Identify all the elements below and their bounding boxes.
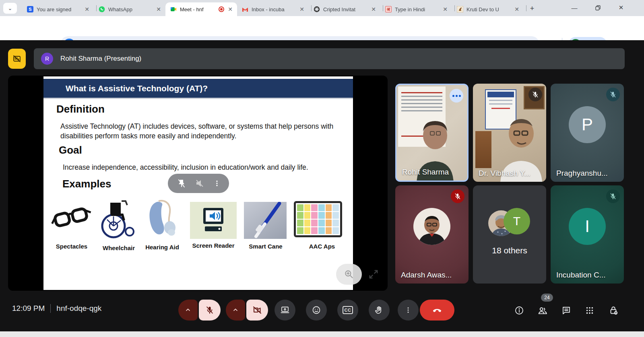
chatgpt-icon bbox=[314, 6, 320, 12]
end-call-button[interactable] bbox=[420, 300, 454, 321]
google-meet-icon bbox=[170, 6, 177, 12]
audio-muted-icon bbox=[195, 179, 204, 188]
tab-kruti-dev[interactable]: Kruti Dev to U ✕ bbox=[452, 2, 524, 16]
host-controls-lock-button[interactable] bbox=[608, 305, 619, 316]
tab-gmail-inbox[interactable]: Inbox - incuba ✕ bbox=[237, 2, 309, 16]
emoji-reactions-button[interactable] bbox=[306, 300, 327, 321]
more-options-button[interactable] bbox=[398, 300, 419, 321]
others-initial-avatar: T bbox=[504, 208, 530, 234]
tab-close-icon[interactable]: ✕ bbox=[155, 6, 162, 13]
participant-name: Dr. Vibhash Y... bbox=[479, 169, 530, 178]
kruti-dev-icon bbox=[457, 6, 463, 12]
meeting-details-info-button[interactable] bbox=[514, 305, 524, 316]
tab-close-icon[interactable]: ✕ bbox=[442, 6, 449, 13]
gmail-icon bbox=[242, 6, 248, 12]
tab-title: You are signed bbox=[37, 6, 83, 12]
window-minimize-button[interactable]: — bbox=[566, 0, 583, 15]
cc-label: CC bbox=[343, 306, 353, 314]
captions-unavailable-icon[interactable] bbox=[8, 49, 26, 69]
example-label: Smart Cane bbox=[237, 243, 294, 250]
slide-title: What is Assistive Technology (AT)? bbox=[66, 84, 208, 93]
tile-more-options-icon[interactable] bbox=[213, 180, 221, 187]
new-tab-button[interactable]: + bbox=[527, 4, 537, 13]
mic-options-chevron-button[interactable] bbox=[178, 300, 198, 321]
window-close-button[interactable]: ✕ bbox=[612, 0, 630, 15]
unpin-icon[interactable] bbox=[177, 179, 186, 188]
camera-off-button[interactable] bbox=[246, 300, 268, 321]
example-label: Hearing Aid bbox=[134, 244, 190, 251]
spectacles-image bbox=[51, 201, 93, 236]
tab-search-button[interactable]: ⌄ bbox=[3, 3, 17, 14]
activities-grid-button[interactable] bbox=[584, 305, 595, 316]
fullscreen-expand-icon[interactable] bbox=[365, 266, 382, 282]
tab-title: Kruti Dev to U bbox=[466, 6, 513, 12]
presenter-avatar: R bbox=[41, 53, 53, 65]
camera-options-chevron-button[interactable] bbox=[226, 300, 245, 321]
divider bbox=[50, 304, 51, 313]
tab-close-icon[interactable]: ✕ bbox=[298, 6, 305, 13]
hearing-aid-image bbox=[143, 199, 182, 240]
goal-heading: Goal bbox=[59, 144, 82, 156]
participant-tile-adarsh[interactable]: Adarsh Awas... bbox=[395, 185, 469, 284]
participant-name: Adarsh Awas... bbox=[401, 271, 452, 279]
presenting-banner: R Rohit Sharma (Presenting) bbox=[34, 48, 625, 69]
presenter-name: Rohit Sharma (Presenting) bbox=[60, 55, 141, 63]
browser-window: ⌄ S You are signed ✕ WhatsApp ✕ Meet - h… bbox=[0, 0, 644, 337]
smart-cane-image bbox=[244, 202, 287, 239]
tab-close-icon[interactable]: ✕ bbox=[83, 6, 91, 13]
browser-toolbar: meet.google.com/hnf-odqe-qgk I School bbox=[0, 16, 644, 40]
tile-hover-controls bbox=[168, 174, 229, 193]
tab-close-icon[interactable]: ✕ bbox=[513, 6, 520, 13]
tab-close-icon[interactable]: ✕ bbox=[370, 6, 377, 13]
hindi-a-icon: अ bbox=[385, 6, 392, 12]
participant-tile-others[interactable]: T 18 others bbox=[473, 185, 546, 284]
presentation-tile[interactable]: What is Assistive Technology (AT)? Defin… bbox=[8, 76, 388, 291]
participant-name: Incubation C... bbox=[556, 271, 606, 279]
participant-initial-avatar: P bbox=[569, 106, 606, 143]
mic-muted-button[interactable] bbox=[199, 300, 221, 321]
meet-main: R Rohit Sharma (Presenting) What is Assi… bbox=[0, 40, 644, 331]
participant-initial-avatar: I bbox=[569, 208, 606, 245]
example-label: Screen Reader bbox=[185, 242, 242, 249]
tab-chatgpt[interactable]: Cripted Invitat ✕ bbox=[309, 2, 380, 16]
tab-whatsapp[interactable]: WhatsApp ✕ bbox=[94, 2, 165, 16]
mic-muted-badge-icon bbox=[528, 88, 542, 101]
example-label: AAC Aps bbox=[294, 243, 350, 250]
participant-tile-rohit-sharma[interactable]: Rohit Sharma bbox=[395, 84, 469, 182]
tab-title: Type in Hindi bbox=[395, 6, 442, 12]
mic-muted-badge-icon bbox=[451, 189, 464, 203]
wheelchair-image bbox=[97, 197, 141, 240]
participant-tile-incubation[interactable]: I Incubation C... bbox=[551, 185, 624, 284]
whatsapp-icon bbox=[99, 6, 105, 12]
participant-tile-praghyanshu[interactable]: P Praghyanshu... bbox=[551, 84, 624, 182]
raise-hand-button[interactable] bbox=[369, 300, 390, 321]
present-screen-button[interactable] bbox=[275, 300, 295, 321]
aac-tablet-image bbox=[294, 201, 342, 237]
screen-reader-image bbox=[190, 202, 237, 239]
tab-title: Meet - hnf bbox=[180, 6, 219, 12]
window-restore-button[interactable] bbox=[589, 0, 607, 15]
tab-type-in-hindi[interactable]: अ Type in Hindi ✕ bbox=[380, 2, 452, 16]
people-panel-button[interactable] bbox=[537, 305, 548, 316]
zoom-in-button[interactable] bbox=[336, 264, 362, 285]
tile-more-options-button[interactable] bbox=[450, 89, 463, 103]
tab-separator bbox=[526, 5, 526, 11]
participant-name: Rohit Sharma bbox=[402, 168, 449, 177]
clock-time: 12:09 PM bbox=[12, 304, 45, 313]
participant-photo-avatar bbox=[413, 208, 450, 245]
chat-panel-button[interactable] bbox=[561, 305, 572, 316]
meeting-info: 12:09 PM hnf-odqe-qgk bbox=[12, 304, 101, 313]
mic-muted-badge-icon bbox=[606, 189, 620, 203]
participant-tile-dr-vibhash[interactable]: Dr. Vibhash Y... bbox=[473, 84, 546, 182]
os-taskbar-strip bbox=[0, 331, 644, 337]
tab-meet-active[interactable]: Meet - hnf ✕ bbox=[165, 2, 237, 16]
definition-heading: Definition bbox=[56, 103, 105, 115]
others-count-label: 18 others bbox=[473, 246, 546, 255]
slide-title-bar: What is Assistive Technology (AT)? bbox=[43, 79, 353, 99]
goal-body: Increase independence, accessibility, in… bbox=[63, 162, 345, 172]
tab-signed-document[interactable]: S You are signed ✕ bbox=[22, 2, 94, 16]
captions-button[interactable]: CC bbox=[337, 300, 358, 321]
participant-name: Praghyanshu... bbox=[556, 169, 608, 178]
tab-close-icon[interactable]: ✕ bbox=[227, 6, 234, 13]
tab-strip: ⌄ S You are signed ✕ WhatsApp ✕ Meet - h… bbox=[0, 0, 644, 16]
